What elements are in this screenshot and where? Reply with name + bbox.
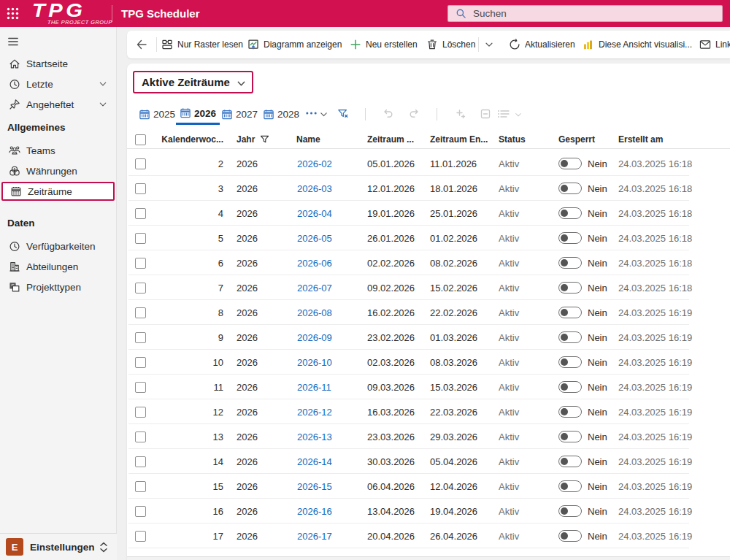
cell-name-link[interactable]: 2026-05	[297, 226, 332, 250]
column-header-erstellt-am[interactable]: Erstellt am	[618, 130, 663, 149]
select-all-checkbox[interactable]	[135, 130, 146, 149]
sidebar-item-verfügbarkeiten[interactable]: Verfügbarkeiten	[0, 236, 117, 256]
gesperrt-toggle[interactable]	[558, 449, 582, 474]
cmd-button-3[interactable]: Löschen	[426, 31, 475, 58]
cmd-button-1[interactable]: Diagramm anzeigen	[247, 31, 342, 58]
column-header-jahr[interactable]: Jahr	[237, 130, 269, 149]
cell-name-link[interactable]: 2026-06	[297, 250, 332, 275]
undo-icon[interactable]	[383, 108, 394, 120]
remove-row-icon[interactable]	[480, 108, 491, 120]
cell-name-link[interactable]: 2026-04	[297, 201, 332, 226]
year-tab-2027[interactable]: 2027	[218, 104, 261, 125]
gesperrt-toggle[interactable]	[558, 375, 582, 399]
cell-name-link[interactable]: 2026-08	[297, 300, 332, 325]
gesperrt-toggle[interactable]	[558, 226, 582, 250]
gesperrt-toggle[interactable]	[558, 250, 582, 275]
column-header-gesperrt[interactable]: Gesperrt	[558, 130, 595, 149]
cmd-button-0[interactable]: Nur Raster lesen	[161, 31, 243, 58]
app-launcher-waffle-icon[interactable]	[7, 7, 19, 20]
chevron-down-icon[interactable]	[99, 100, 107, 109]
cmd-button-5[interactable]: Diese Ansicht visualisi...	[583, 31, 692, 58]
gesperrt-toggle[interactable]	[558, 499, 582, 523]
environment-switcher-icon[interactable]	[99, 542, 109, 553]
tabs-more-ellipsis[interactable]	[305, 111, 318, 115]
sidebar-nav: Startseite Letzte Angeheftet Allgemeines…	[0, 27, 117, 560]
row-checkbox[interactable]	[135, 474, 146, 499]
cell-name-link[interactable]: 2026-02	[297, 151, 332, 176]
sidebar-item-teams[interactable]: Teams	[0, 140, 117, 161]
cell-name-link[interactable]: 2026-10	[297, 350, 332, 375]
add-row-icon[interactable]	[455, 108, 466, 120]
gesperrt-toggle[interactable]	[558, 424, 582, 449]
plus-icon	[350, 39, 361, 50]
gesperrt-toggle[interactable]	[558, 350, 582, 375]
cell-name-link[interactable]: 2026-14	[297, 449, 332, 474]
gesperrt-toggle[interactable]	[558, 300, 582, 325]
row-checkbox[interactable]	[135, 499, 146, 523]
row-checkbox[interactable]	[135, 399, 146, 424]
row-checkbox[interactable]	[135, 275, 146, 300]
row-checkbox[interactable]	[135, 226, 146, 250]
row-checkbox[interactable]	[135, 151, 146, 176]
row-checkbox[interactable]	[135, 300, 146, 325]
column-header-status[interactable]: Status	[499, 130, 526, 149]
cell-name-link[interactable]: 2026-15	[297, 474, 332, 499]
gesperrt-toggle[interactable]	[558, 201, 582, 226]
sidebar-item-währungen[interactable]: Währungen	[0, 161, 117, 181]
gesperrt-toggle[interactable]	[558, 275, 582, 300]
cell-name-link[interactable]: 2026-16	[297, 499, 332, 523]
cell-name-link[interactable]: 2026-11	[297, 375, 331, 399]
cell-name-link[interactable]: 2026-12	[297, 399, 332, 424]
sidebar-item-angeheftet[interactable]: Angeheftet	[0, 94, 117, 115]
gesperrt-toggle[interactable]	[558, 399, 582, 424]
back-button[interactable]	[136, 31, 147, 58]
cell-gesperrt-label: Nein	[588, 375, 607, 399]
sidebar-item-zeiträume[interactable]: Zeiträume	[1, 182, 115, 201]
gesperrt-toggle[interactable]	[558, 325, 582, 350]
gesperrt-toggle[interactable]	[558, 523, 582, 548]
chevron-down-icon[interactable]	[99, 80, 107, 88]
cell-name-link[interactable]: 2026-03	[297, 176, 332, 201]
cell-name-link[interactable]: 2026-13	[297, 424, 332, 449]
row-checkbox[interactable]	[135, 176, 146, 201]
sidebar-item-abteilungen[interactable]: Abteilungen	[0, 256, 117, 277]
hamburger-menu-icon[interactable]	[8, 36, 18, 45]
cmd-button-2[interactable]: Neu erstellen	[350, 31, 418, 58]
cmd-button-4[interactable]: Aktualisieren	[509, 31, 575, 58]
sidebar-item-letzte[interactable]: Letzte	[0, 74, 117, 94]
column-header-zeitraum-ende[interactable]: Zeitraum En...	[430, 130, 488, 149]
clear-filter-icon[interactable]	[337, 108, 349, 119]
cell-name-link[interactable]: 2026-17	[297, 523, 332, 548]
gesperrt-toggle[interactable]	[558, 176, 582, 201]
row-checkbox[interactable]	[135, 375, 146, 399]
cell-name-link[interactable]: 2026-07	[297, 275, 332, 300]
row-options-icon[interactable]	[497, 108, 510, 120]
sidebar-item-startseite[interactable]: Startseite	[0, 53, 117, 74]
global-search-input[interactable]: Suchen	[447, 5, 723, 22]
row-checkbox[interactable]	[135, 325, 146, 350]
tabs-more-chevron-icon[interactable]	[319, 110, 328, 119]
sidebar-item-projekttypen[interactable]: Projekttypen	[0, 277, 117, 297]
view-selector-dropdown[interactable]: Aktive Zeiträume	[133, 71, 253, 93]
year-tab-2028[interactable]: 2028	[259, 104, 303, 125]
row-checkbox[interactable]	[135, 449, 146, 474]
year-tab-2026[interactable]: 2026	[176, 104, 220, 125]
row-checkbox[interactable]	[135, 201, 146, 226]
column-header-kalenderwoche[interactable]: Kalenderwoc...	[161, 130, 223, 149]
column-header-zeitraum-start[interactable]: Zeitraum ...	[367, 130, 414, 149]
gesperrt-toggle[interactable]	[558, 151, 582, 176]
row-checkbox[interactable]	[135, 424, 146, 449]
row-options-chevron-icon[interactable]	[514, 110, 523, 119]
year-tab-2025[interactable]: 2025	[135, 104, 179, 125]
sidebar-footer-settings[interactable]: E Einstellungen	[0, 533, 117, 560]
redo-icon[interactable]	[408, 108, 420, 120]
row-checkbox[interactable]	[135, 250, 146, 275]
cell-name-link[interactable]: 2026-09	[297, 325, 332, 350]
row-checkbox[interactable]	[135, 523, 146, 548]
column-header-name[interactable]: Name	[296, 130, 320, 149]
cmd-button-6[interactable]: Link	[699, 31, 730, 58]
cell-jahr: 2026	[237, 474, 258, 499]
gesperrt-toggle[interactable]	[558, 474, 582, 499]
cmdbar-overflow-button[interactable]	[484, 31, 496, 58]
row-checkbox[interactable]	[135, 350, 146, 375]
